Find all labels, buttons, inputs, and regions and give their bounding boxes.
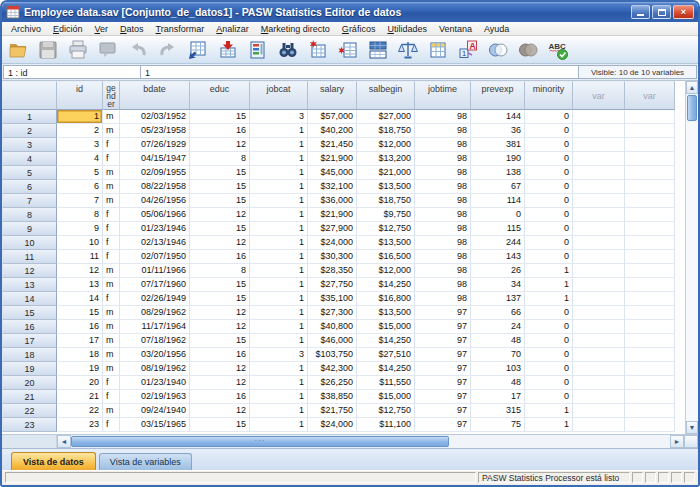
cell[interactable]: m	[103, 306, 120, 320]
cell[interactable]: 11	[57, 250, 103, 264]
cell[interactable]: 16	[190, 348, 250, 362]
cell[interactable]: 0	[525, 180, 573, 194]
cell[interactable]: m	[103, 180, 120, 194]
cell[interactable]: 67	[471, 180, 525, 194]
cell[interactable]: 02/26/1949	[120, 292, 190, 306]
cell[interactable]: 1	[525, 278, 573, 292]
cell[interactable]: $15,000	[357, 320, 415, 334]
cell[interactable]: 36	[471, 124, 525, 138]
cell[interactable]: $28,350	[308, 264, 357, 278]
cell[interactable]: f	[103, 390, 120, 404]
cell[interactable]: $14,250	[357, 334, 415, 348]
menu-ventana[interactable]: Ventana	[433, 23, 478, 35]
horizontal-scroll-thumb[interactable]: ···	[71, 436, 449, 447]
empty-cell[interactable]	[573, 152, 625, 166]
row-header[interactable]: 19	[2, 362, 57, 376]
cell[interactable]: f	[103, 208, 120, 222]
cell[interactable]: 8	[190, 152, 250, 166]
empty-cell[interactable]	[625, 250, 675, 264]
cell[interactable]: $12,750	[357, 404, 415, 418]
cell[interactable]: 0	[525, 348, 573, 362]
cell[interactable]: m	[103, 348, 120, 362]
column-header-educ[interactable]: educ	[190, 81, 250, 110]
cell[interactable]: 1	[250, 236, 308, 250]
empty-cell[interactable]	[573, 138, 625, 152]
cell[interactable]: 01/11/1966	[120, 264, 190, 278]
cell[interactable]: 09/24/1940	[120, 404, 190, 418]
cell[interactable]: 07/17/1960	[120, 278, 190, 292]
cell[interactable]: 15	[190, 194, 250, 208]
cell[interactable]: f	[103, 376, 120, 390]
insert-cases-icon[interactable]	[305, 37, 330, 62]
menu-transformar[interactable]: Transformar	[150, 23, 211, 35]
empty-cell[interactable]	[573, 166, 625, 180]
cell[interactable]: $45,000	[308, 166, 357, 180]
cell[interactable]: 97	[415, 404, 471, 418]
data-grid[interactable]: idgenderbdateeducjobcatsalarysalbeginjob…	[2, 81, 685, 434]
cell[interactable]: 05/23/1958	[120, 124, 190, 138]
cell[interactable]: 1	[250, 334, 308, 348]
row-header[interactable]: 12	[2, 264, 57, 278]
cell[interactable]: 0	[525, 362, 573, 376]
cell[interactable]: m	[103, 194, 120, 208]
row-header[interactable]: 14	[2, 292, 57, 306]
row-header[interactable]: 20	[2, 376, 57, 390]
menu-ver[interactable]: Ver	[89, 23, 115, 35]
cell[interactable]: 98	[415, 124, 471, 138]
empty-cell[interactable]	[573, 194, 625, 208]
empty-cell[interactable]	[625, 194, 675, 208]
cell[interactable]: 04/15/1947	[120, 152, 190, 166]
cell[interactable]: $26,250	[308, 376, 357, 390]
cell[interactable]: 1	[250, 404, 308, 418]
cell[interactable]: 3	[57, 138, 103, 152]
cell[interactable]: 98	[415, 166, 471, 180]
cell[interactable]: 381	[471, 138, 525, 152]
cell[interactable]: 23	[57, 418, 103, 432]
empty-cell[interactable]	[573, 376, 625, 390]
value-labels-icon[interactable]: 1A	[455, 37, 480, 62]
cell-editor[interactable]: 1	[141, 65, 579, 79]
cell[interactable]: 4	[57, 152, 103, 166]
cell[interactable]: 07/18/1962	[120, 334, 190, 348]
cell[interactable]: 0	[525, 222, 573, 236]
cell[interactable]: 97	[415, 390, 471, 404]
cell[interactable]: 244	[471, 236, 525, 250]
cell[interactable]: 0	[525, 110, 573, 124]
cell[interactable]: 0	[525, 390, 573, 404]
row-header[interactable]: 5	[2, 166, 57, 180]
cell[interactable]: 16	[190, 124, 250, 138]
cell[interactable]: 97	[415, 376, 471, 390]
row-header[interactable]: 21	[2, 390, 57, 404]
cell[interactable]: 1	[250, 152, 308, 166]
select-all-corner[interactable]	[2, 81, 57, 110]
cell[interactable]: 26	[471, 264, 525, 278]
cell[interactable]: 10	[57, 236, 103, 250]
cell[interactable]: $35,100	[308, 292, 357, 306]
open-file-icon[interactable]	[5, 37, 30, 62]
cell[interactable]: 97	[415, 418, 471, 432]
variables-icon[interactable]	[245, 37, 270, 62]
cell[interactable]: 12	[190, 404, 250, 418]
empty-cell[interactable]	[625, 208, 675, 222]
row-header[interactable]: 7	[2, 194, 57, 208]
row-header[interactable]: 1	[2, 110, 57, 124]
empty-cell[interactable]	[625, 138, 675, 152]
empty-cell[interactable]	[573, 362, 625, 376]
empty-cell[interactable]	[573, 208, 625, 222]
cell[interactable]: 02/07/1950	[120, 250, 190, 264]
cell[interactable]: 190	[471, 152, 525, 166]
empty-cell[interactable]	[625, 152, 675, 166]
empty-cell[interactable]	[625, 124, 675, 138]
column-header-minority[interactable]: minority	[525, 81, 573, 110]
cell[interactable]: 97	[415, 334, 471, 348]
cell[interactable]: $11,550	[357, 376, 415, 390]
cell[interactable]: 6	[57, 180, 103, 194]
cell[interactable]: 5	[57, 166, 103, 180]
cell[interactable]: 98	[415, 264, 471, 278]
column-header-prevexp[interactable]: prevexp	[471, 81, 525, 110]
cell[interactable]: 34	[471, 278, 525, 292]
row-header[interactable]: 23	[2, 418, 57, 432]
cell[interactable]: 1	[250, 320, 308, 334]
cell[interactable]: 1	[57, 110, 103, 124]
cell[interactable]: 02/03/1952	[120, 110, 190, 124]
